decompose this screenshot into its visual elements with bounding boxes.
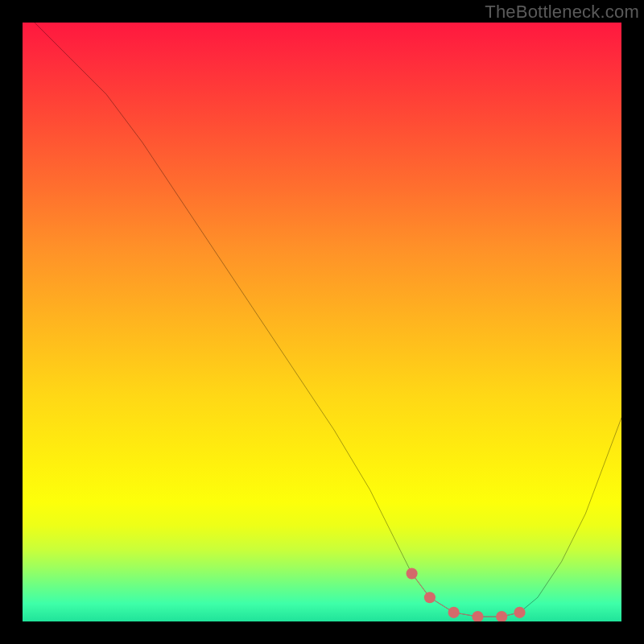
optimal-range-path (412, 573, 520, 617)
plot-area (23, 23, 621, 621)
bottleneck-curve-path (35, 23, 621, 617)
watermark-label: TheBottleneck.com (485, 2, 639, 23)
optimal-point-marker (496, 611, 507, 621)
optimal-range-markers (407, 568, 526, 621)
chart-canvas: TheBottleneck.com (0, 0, 644, 644)
chart-svg (23, 23, 621, 621)
